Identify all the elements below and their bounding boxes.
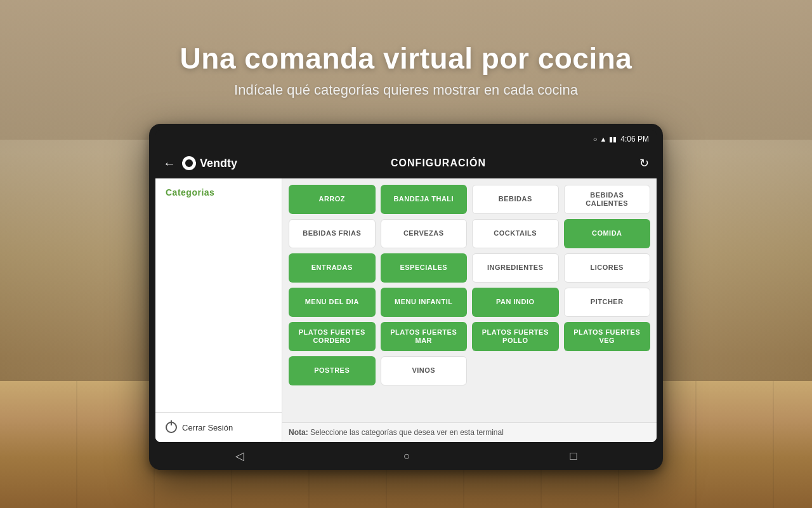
category-btn-bebidas-frias[interactable]: BEBIDAS FRIAS	[289, 219, 376, 248]
app-screen: ← Vendty CONFIGURACIÓN ↻ Categorias Cerr…	[155, 148, 657, 442]
main-area: ARROZBANDEJA THALIBEBIDASBEBIDAS CALIENT…	[282, 178, 657, 442]
battery-icon: ▮▮	[609, 135, 617, 144]
category-btn-menu-del-dia[interactable]: MENU DEL DIA	[289, 288, 376, 317]
logout-button[interactable]: Cerrar Sesión	[155, 412, 282, 442]
status-bar: ○ ▲ ▮▮ 4:06 PM	[155, 130, 657, 148]
top-text-area: Una comanda virtual por cocina Indícale …	[0, 0, 812, 140]
category-btn-pitcher[interactable]: PITCHER	[564, 288, 651, 317]
category-btn-platos-fuertes-pollo[interactable]: PLATOS FUERTES POLLO	[472, 322, 559, 351]
nav-back-button[interactable]: ◁	[235, 449, 244, 463]
category-btn-platos-fuertes-mar[interactable]: PLATOS FUERTES MAR	[381, 322, 468, 351]
app-topbar: ← Vendty CONFIGURACIÓN ↻	[155, 148, 657, 178]
category-btn-comida[interactable]: COMIDA	[564, 219, 651, 248]
power-icon	[166, 422, 177, 433]
category-btn-postres[interactable]: POSTRES	[289, 356, 376, 385]
brand-name: Vendty	[200, 157, 237, 170]
category-btn-pan-indio[interactable]: PAN INDIO	[472, 288, 559, 317]
sub-title: Indícale qué categorías quieres mostrar …	[234, 82, 578, 98]
category-btn-cocktails[interactable]: COCKTAILS	[472, 219, 559, 248]
category-btn-platos-fuertes-veg[interactable]: PLATOS FUERTES VEG	[564, 322, 651, 351]
category-btn-bandeja-thali[interactable]: BANDEJA THALI	[381, 185, 468, 214]
category-btn-menu-infantil[interactable]: MENU INFANTIL	[381, 288, 468, 317]
sidebar: Categorias Cerrar Sesión	[155, 178, 282, 442]
category-btn-entradas[interactable]: ENTRADAS	[289, 253, 376, 283]
category-btn-platos-fuertes-cordero[interactable]: PLATOS FUERTES CORDERO	[289, 322, 376, 351]
topbar-title: CONFIGURACIÓN	[237, 157, 639, 169]
app-content: Categorias Cerrar Sesión ARROZBANDEJA TH…	[155, 178, 657, 442]
category-btn-cervezas[interactable]: CERVEZAS	[381, 219, 468, 248]
nav-recent-button[interactable]: □	[570, 450, 577, 463]
main-title: Una comanda virtual por cocina	[180, 41, 632, 76]
categories-grid: ARROZBANDEJA THALIBEBIDASBEBIDAS CALIENT…	[289, 185, 650, 385]
wifi-icon: ○	[593, 135, 598, 143]
nav-home-button[interactable]: ○	[403, 450, 410, 463]
note-bar: Nota: Seleccione las categorías que dese…	[282, 422, 657, 442]
category-btn-bebidas[interactable]: BEBIDAS	[472, 185, 559, 214]
signal-icon: ▲	[599, 135, 606, 143]
category-btn-bebidas-calientes[interactable]: BEBIDAS CALIENTES	[564, 185, 651, 214]
logout-label: Cerrar Sesión	[182, 423, 233, 432]
sidebar-categories-label: Categorias	[155, 178, 282, 206]
brand: Vendty	[182, 156, 237, 170]
tablet-frame: ○ ▲ ▮▮ 4:06 PM ← Vendty CONFIGURACIÓN ↻ …	[149, 124, 663, 470]
category-btn-arroz[interactable]: ARROZ	[289, 185, 376, 214]
category-btn-ingredientes[interactable]: INGREDIENTES	[472, 253, 559, 283]
brand-icon-inner	[185, 159, 193, 167]
note-text: Seleccione las categorías que desea ver …	[308, 428, 504, 437]
categories-grid-area: ARROZBANDEJA THALIBEBIDASBEBIDAS CALIENT…	[282, 178, 657, 422]
note-bold: Nota:	[289, 428, 308, 437]
brand-icon	[182, 156, 196, 170]
back-button[interactable]: ←	[163, 156, 176, 171]
category-btn-licores[interactable]: LICORES	[564, 253, 651, 283]
category-btn-especiales[interactable]: ESPECIALES	[381, 253, 468, 283]
tablet-nav: ◁ ○ □	[155, 442, 657, 470]
refresh-button[interactable]: ↻	[639, 156, 649, 170]
category-btn-vinos[interactable]: VINOS	[381, 356, 468, 385]
status-time: 4:06 PM	[620, 135, 649, 144]
status-icons: ○ ▲ ▮▮	[593, 135, 617, 144]
